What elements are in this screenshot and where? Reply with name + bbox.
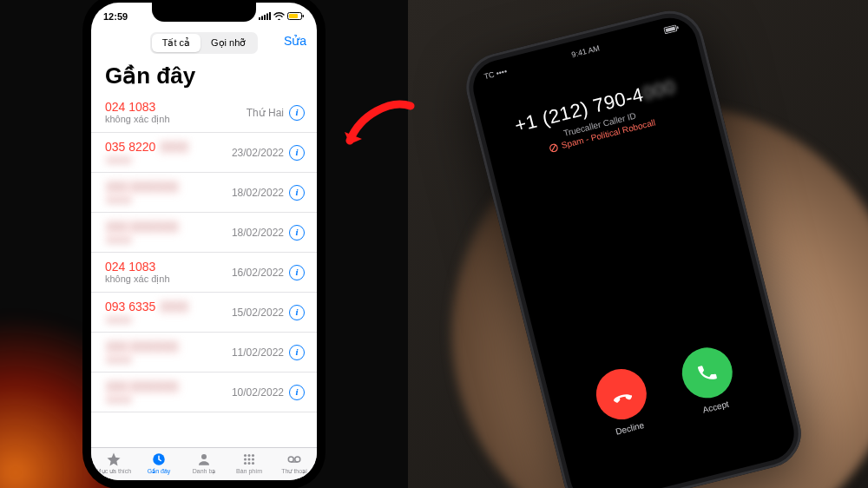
call-date: 16/02/2022 [232, 267, 284, 279]
call-subtitle: không xác định [105, 114, 247, 125]
info-icon[interactable]: i [289, 145, 305, 161]
tab-keypad-label: Bàn phím [236, 468, 262, 474]
call-number: 000 0000000 [105, 340, 232, 353]
svg-rect-1 [261, 16, 263, 21]
svg-point-19 [288, 457, 293, 462]
svg-rect-4 [269, 12, 271, 20]
phone-down-icon [608, 380, 635, 408]
page-title: Gần đây [91, 56, 317, 93]
svg-point-18 [252, 462, 254, 465]
svg-point-14 [248, 458, 251, 461]
accept-button[interactable]: Accept [677, 342, 741, 418]
info-icon[interactable]: i [289, 185, 305, 201]
call-date: 23/02/2022 [232, 147, 284, 159]
info-icon[interactable]: i [289, 265, 305, 280]
battery-icon-dark [663, 23, 681, 36]
svg-rect-0 [259, 17, 260, 20]
tab-bar: Mục ưa thích Gần đây Danh bạ Bàn phím [91, 447, 317, 480]
svg-point-17 [248, 462, 251, 465]
segment-all[interactable]: Tất cả [152, 34, 201, 52]
incoming-call-info: +1 (212) 790-4000 Truecaller Caller ID S… [482, 68, 715, 168]
tab-favorites[interactable]: Mục ưa thích [91, 452, 136, 475]
call-date: 18/02/2022 [232, 187, 284, 199]
call-date: 15/02/2022 [232, 307, 284, 319]
svg-point-16 [244, 462, 247, 465]
decline-button[interactable]: Decline [591, 364, 655, 439]
call-date: 18/02/2022 [232, 227, 284, 239]
spam-warning-icon [549, 142, 559, 153]
edit-button[interactable]: Sửa [284, 34, 306, 48]
accept-label: Accept [701, 399, 729, 415]
status-time: 12:59 [103, 11, 128, 22]
segment-missed[interactable]: Gọi nhỡ [201, 34, 256, 52]
recents-list[interactable]: 024 1083không xác địnhThứ Haii035 8220 0… [91, 93, 317, 447]
call-row[interactable]: 093 6335 0000xxxxx15/02/2022i [91, 293, 317, 333]
svg-line-26 [551, 144, 557, 150]
svg-rect-7 [303, 15, 305, 17]
call-row[interactable]: 035 8220 0000xxxxx23/02/2022i [91, 133, 317, 173]
call-number: 035 8220 0000 [105, 140, 232, 154]
info-icon[interactable]: i [289, 385, 305, 400]
call-row[interactable]: 000 0000000xxxxx18/02/2022i [91, 173, 317, 213]
tab-recents-label: Gần đây [148, 468, 171, 475]
svg-point-13 [244, 458, 247, 461]
info-icon[interactable]: i [289, 105, 305, 121]
signal-icon [259, 11, 271, 22]
call-row[interactable]: 000 0000000xxxxx10/02/2022i [91, 373, 317, 412]
tab-favorites-label: Mục ưa thích [96, 468, 131, 475]
svg-point-12 [252, 454, 254, 457]
wifi-icon [273, 11, 285, 22]
status-time-dark: 9:41 AM [570, 43, 600, 59]
call-row[interactable]: 000 0000000xxxxx18/02/2022i [91, 213, 317, 253]
call-date: 11/02/2022 [232, 346, 284, 359]
call-date: Thứ Hai [247, 107, 284, 119]
svg-point-15 [252, 458, 254, 461]
svg-point-20 [295, 457, 300, 462]
call-number: 024 1083 [105, 260, 232, 274]
decline-label: Decline [615, 420, 645, 437]
svg-rect-6 [289, 14, 298, 18]
svg-point-9 [201, 454, 207, 459]
call-number: 000 0000000 [105, 379, 232, 393]
call-date: 10/02/2022 [232, 386, 284, 399]
tab-contacts[interactable]: Danh bạ [181, 452, 227, 475]
call-row[interactable]: 024 1083không xác định16/02/2022i [91, 253, 317, 293]
iphone-recents-device: 12:59 Tất cả [82, 0, 326, 488]
call-row[interactable]: 024 1083không xác địnhThứ Haii [91, 93, 317, 133]
svg-point-11 [248, 454, 251, 457]
battery-icon [287, 11, 305, 22]
svg-rect-24 [677, 26, 679, 29]
notch [152, 3, 256, 22]
call-number: 000 0000000 [105, 180, 232, 194]
call-number: 024 1083 [105, 100, 247, 114]
tab-recents[interactable]: Gần đây [136, 452, 181, 475]
call-number: 000 0000000 [105, 220, 232, 234]
call-number: 093 6335 0000 [105, 300, 232, 313]
segmented-control[interactable]: Tất cả Gọi nhỡ [150, 32, 259, 54]
tab-contacts-label: Danh bạ [193, 468, 216, 475]
phone-icon [694, 360, 720, 386]
tab-keypad[interactable]: Bàn phím [227, 452, 272, 475]
svg-point-10 [244, 454, 247, 457]
svg-rect-2 [264, 15, 266, 20]
carrier-label: TC •••• [483, 67, 508, 81]
call-row[interactable]: 000 0000000xxxxx11/02/2022i [91, 333, 317, 373]
info-icon[interactable]: i [289, 225, 305, 241]
call-subtitle: không xác định [105, 274, 232, 285]
info-icon[interactable]: i [289, 345, 305, 360]
info-icon[interactable]: i [289, 305, 305, 320]
tab-voicemail-label: Thư thoại [281, 468, 306, 475]
svg-rect-3 [266, 14, 268, 21]
status-bar-dark: TC •••• 9:41 AM [468, 12, 694, 84]
tab-voicemail[interactable]: Thư thoại [272, 452, 317, 475]
